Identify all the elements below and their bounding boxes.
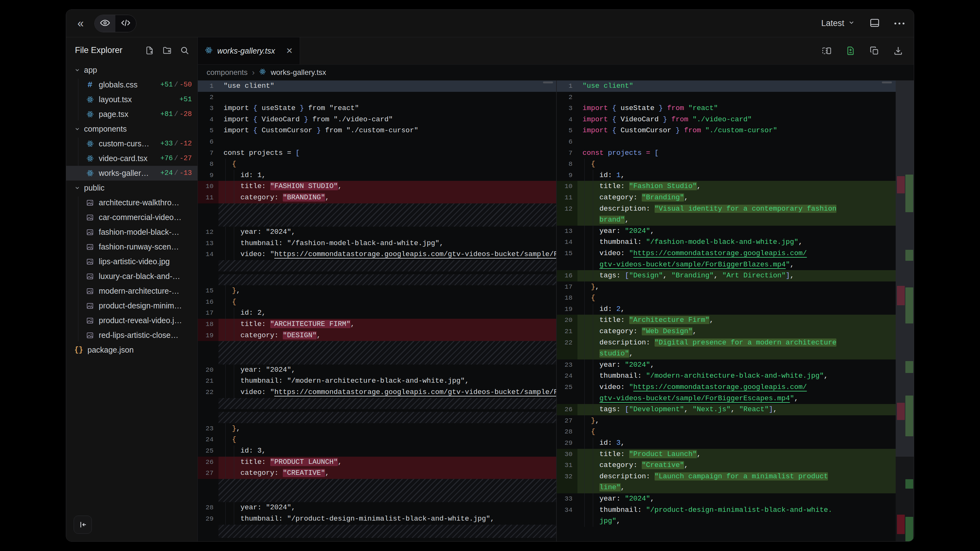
line-number: 12 (198, 227, 218, 238)
code-line: 9 id: 1, (557, 170, 914, 181)
sidebar-item-modern-architecture-[interactable]: modern-architecture-… (66, 284, 197, 299)
tree-indent-guide (78, 79, 78, 121)
download-icon[interactable] (893, 46, 903, 56)
code-line: 9 id: 1, (198, 170, 556, 181)
code-line: 4import { VideoCard } from "./video-card… (198, 114, 556, 125)
tree-indent-guide (78, 138, 78, 179)
diff-view-icon[interactable] (845, 46, 856, 56)
code-line: 5import { CustomCursor } from "./custom-… (557, 125, 914, 137)
tree-indent-guide (78, 197, 78, 341)
search-icon[interactable] (180, 46, 189, 55)
sidebar-item-layout.tsx[interactable]: layout.tsx+51 (66, 92, 197, 107)
collapse-sidebar-button[interactable] (74, 516, 92, 534)
diff-collapsed-spacer (198, 525, 556, 538)
sidebar-item-page.tsx[interactable]: page.tsx+81/-28 (66, 107, 197, 122)
breadcrumb-dir[interactable]: components (207, 68, 248, 77)
diff-collapsed-spacer (198, 479, 556, 502)
item-label: public (84, 183, 104, 192)
collapse-chat-icon[interactable]: « (76, 18, 86, 29)
sidebar-item-fashion-runway-scen-[interactable]: fashion-runway-scen… (66, 240, 197, 254)
line-number: 2 (198, 92, 218, 103)
ruler-addition-mark (905, 361, 913, 373)
line-number (557, 516, 578, 527)
code-line: line", (557, 482, 914, 493)
preview-toggle-button[interactable] (95, 15, 115, 32)
tab-works-gallery[interactable]: works-gallery.tsx ✕ (198, 37, 300, 64)
tab-close-icon[interactable]: ✕ (286, 46, 293, 56)
code-line: 20 year: "2024", (198, 365, 556, 376)
sidebar-item-car-commercial-video-[interactable]: car-commercial-video… (66, 210, 197, 225)
sidebar-folder-components[interactable]: components (66, 122, 197, 137)
sidebar-item-package.json[interactable]: {}package.json (66, 343, 197, 357)
sidebar-item-fashion-model-black-[interactable]: fashion-model-black-… (66, 225, 197, 240)
line-number: 26 (198, 457, 218, 468)
line-number: 28 (557, 426, 578, 438)
image-file-icon (86, 302, 94, 310)
line-number (557, 393, 578, 404)
code-line: 21 category: "Web Design", (557, 326, 914, 337)
code-line: 18 { (557, 292, 914, 304)
new-folder-icon[interactable] (162, 46, 172, 55)
code-line: 22 video: "https://commondatastorage.goo… (198, 387, 556, 398)
line-number: 25 (198, 445, 218, 457)
image-file-icon (86, 213, 94, 222)
item-label: app (84, 65, 97, 75)
item-label: package.json (88, 345, 134, 354)
ruler-addition-mark (905, 479, 913, 489)
line-number: 19 (557, 304, 578, 315)
sidebar-item-red-lips-artistic-close-[interactable]: red-lips-artistic-close… (66, 328, 197, 343)
new-file-icon[interactable] (145, 46, 154, 55)
code-line: 13 thumbnail: "/fashion-model-black-and-… (198, 238, 556, 249)
line-number: 15 (198, 285, 218, 297)
diff-collapsed-spacer (198, 398, 556, 409)
sidebar-folder-app[interactable]: app (66, 63, 197, 78)
diff-overview-ruler[interactable] (896, 81, 914, 541)
code-toggle-button[interactable] (115, 15, 136, 32)
item-label: modern-architecture-… (99, 286, 179, 295)
line-number: 24 (557, 370, 578, 382)
code-line: 26 title: "PRODUCT LAUNCH", (198, 457, 556, 468)
sidebar-item-product-design-minim-[interactable]: product-design-minim… (66, 299, 197, 313)
code-line: 33 year: "2024", (557, 493, 914, 505)
line-number: 4 (198, 114, 218, 125)
sidebar-item-globals.css[interactable]: #globals.css+51/-50 (66, 78, 197, 92)
copy-icon[interactable] (869, 46, 879, 56)
eye-icon (100, 17, 110, 29)
code-line: 21 thumbnail: "/modern-architecture-blac… (198, 375, 556, 387)
more-options-icon[interactable] (894, 22, 904, 24)
code-line: 3import { useState } from "react" (198, 103, 556, 114)
code-line: 24 thumbnail: "/modern-architecture-blac… (557, 370, 914, 382)
code-line: 22 description: "Digital presence for a … (557, 337, 914, 349)
editor-actions (822, 37, 914, 64)
sidebar-item-luxury-car-black-and-[interactable]: luxury-car-black-and-… (66, 269, 197, 284)
code-line: gtv-videos-bucket/sample/ForBiggerBlazes… (557, 259, 914, 270)
item-label: custom-curs… (99, 139, 149, 148)
sidebar-item-architecture-walkthro-[interactable]: architecture-walkthro… (66, 195, 197, 210)
line-number: 1 (557, 81, 578, 92)
scrollbar-thumb[interactable] (882, 81, 892, 83)
version-dropdown[interactable]: Latest (821, 19, 855, 28)
sidebar-folder-public[interactable]: public (66, 181, 197, 195)
line-number: 6 (198, 137, 218, 148)
line-number: 34 (557, 505, 578, 516)
diff-collapsed-spacer (198, 260, 556, 272)
sidebar-item-product-reveal-video.j-[interactable]: product-reveal-video.j… (66, 313, 197, 328)
line-number: 17 (198, 308, 218, 319)
sidebar-item-works-galler-[interactable]: works-galler…+24/-13 (66, 166, 197, 181)
diff-pane-old: 1"use client"23import { useState } from … (198, 81, 557, 541)
item-label: page.tsx (99, 110, 129, 119)
line-number: 8 (557, 159, 578, 170)
sidebar-item-lips-artistic-video.jpg[interactable]: lips-artistic-video.jpg (66, 254, 197, 269)
code-line: 2 (198, 92, 556, 103)
sidebar-item-custom-curs-[interactable]: custom-curs…+33/-12 (66, 137, 197, 151)
scrollbar-thumb[interactable] (543, 81, 553, 83)
code-line: 30 title: "Product Launch", (557, 449, 914, 460)
line-number: 16 (198, 297, 218, 308)
react-file-icon (259, 68, 266, 77)
layout-panel-icon[interactable] (869, 17, 880, 29)
line-number: 22 (557, 337, 578, 349)
split-view-icon[interactable] (822, 46, 832, 56)
diff-stats: +76/-27 (161, 154, 192, 162)
sidebar-item-video-card.tsx[interactable]: video-card.tsx+76/-27 (66, 151, 197, 166)
line-number: 23 (198, 423, 218, 434)
